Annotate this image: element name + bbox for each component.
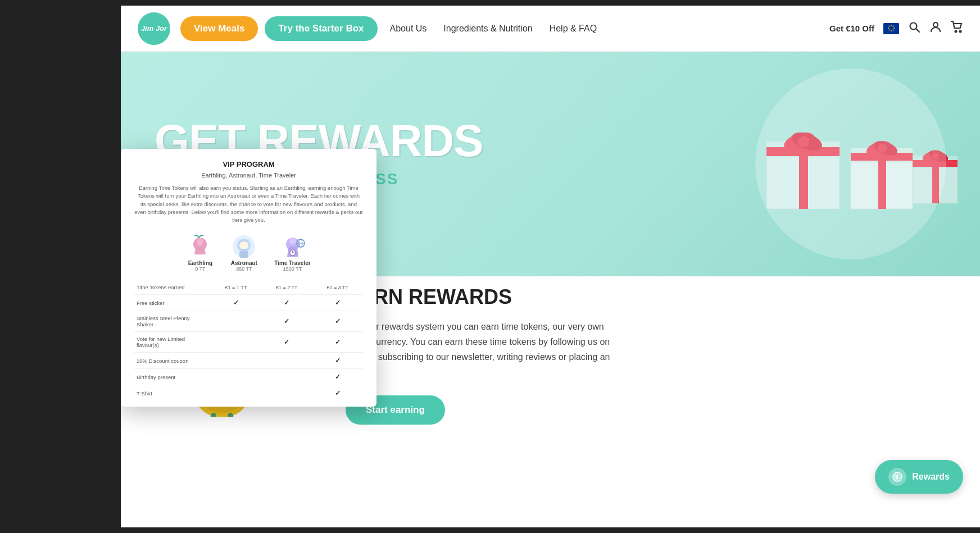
discount-label[interactable]: Get €10 Off [829,24,874,33]
view-meals-button[interactable]: View Meals [180,16,258,41]
time-traveler-icon [279,233,306,260]
svg-point-1 [891,24,892,25]
table-row: Birthday present ✓ [134,369,363,385]
hero-circle [755,69,946,259]
astronaut-icon [230,233,257,260]
row-label: T-Shirt [134,385,211,402]
svg-point-2 [892,25,893,26]
browser-chrome: Jim Jor View Meals Try the Starter Box A… [0,0,980,533]
nav-help[interactable]: Help & FAQ [550,24,597,34]
rewards-fab-icon: $ [888,468,906,486]
astronaut-points: 850 TT [236,266,252,272]
gift-image [733,63,969,276]
starter-box-button[interactable]: Try the Starter Box [265,16,377,41]
svg-point-68 [289,238,296,244]
vip-table: Time Tokens earned €1 = 1 TT €1 = 2 TT €… [134,280,363,401]
earn-text: EARN REWARDS With our rewards system you… [346,285,946,425]
row-label: Vote for new Limited flavour(s) [134,332,211,353]
table-row: 10% Discount coupon ✓ [134,353,363,369]
svg-point-13 [960,31,961,33]
row-label: Stainless Steel Plenny Shaker [134,311,211,332]
row-label: Free sticker [134,295,211,311]
vip-tiers: Earthling 0 TT Astronaut 850 TT [134,233,363,272]
svg-point-66 [239,242,248,249]
earthling-value: €1 = 1 TT [211,280,261,295]
earthling-icon [187,233,214,260]
account-button[interactable] [929,21,942,36]
traveler-check: ✓ [312,369,363,385]
table-row: Free sticker ✓ ✓ ✓ [134,295,363,311]
svg-point-3 [893,27,895,28]
eu-flag-icon[interactable] [883,23,899,34]
rewards-fab-label: Rewards [912,472,950,482]
svg-point-62 [197,238,203,246]
vip-tier-astronaut: Astronaut 850 TT [230,233,257,272]
earn-title: EARN REWARDS [346,285,946,309]
coin-icon: $ [892,472,902,482]
vip-description: Earning Time Tokens will also earn you s… [134,184,363,224]
website: Jim Jor View Meals Try the Starter Box A… [121,6,980,527]
row-label: Birthday present [134,369,211,385]
astronaut-check: ✓ [261,295,312,311]
nav-links: About Us Ingredients & Nutrition Help & … [390,24,829,34]
svg-text:$: $ [895,474,899,480]
astronaut-value: €1 = 2 TT [261,280,312,295]
svg-point-4 [892,29,893,30]
vip-title: VIP PROGRAM [134,160,363,168]
svg-point-6 [888,29,890,30]
vip-tier-earthling: Earthling 0 TT [187,233,214,272]
earthling-points: 0 TT [195,266,205,272]
svg-point-12 [955,31,957,33]
astronaut-check: ✓ [261,332,312,353]
traveler-check: ✓ [312,311,363,332]
table-row: Stainless Steel Plenny Shaker ✓ ✓ [134,311,363,332]
table-row: T-Shirt ✓ [134,385,363,402]
traveler-points: 1500 TT [283,266,302,272]
svg-point-5 [891,30,892,31]
traveler-check: ✓ [312,385,363,402]
row-label: 10% Discount coupon [134,353,211,369]
earthling-name: Earthling [188,260,212,266]
rewards-fab-button[interactable]: $ Rewards [875,460,963,494]
nav-right: Get €10 Off [829,21,963,36]
search-button[interactable] [908,21,920,36]
vip-popup: VIP PROGRAM Earthling, Astronaut, Time T… [121,149,376,407]
svg-line-10 [916,29,919,32]
svg-point-8 [888,25,890,26]
astronaut-check: ✓ [261,311,312,332]
traveler-value: €1 = 3 TT [312,280,363,295]
svg-point-11 [933,22,938,27]
nav-ingredients[interactable]: Ingredients & Nutrition [443,24,532,34]
traveler-name: Time Traveler [274,260,310,266]
table-row: Time Tokens earned €1 = 1 TT €1 = 2 TT €… [134,280,363,295]
table-row: Vote for new Limited flavour(s) ✓ ✓ [134,332,363,353]
logo[interactable]: Jim Jor [138,12,170,45]
earn-description: With our rewards system you can earn tim… [346,319,627,380]
traveler-check: ✓ [312,353,363,369]
traveler-check: ✓ [312,295,363,311]
vip-tier-traveler: Time Traveler 1500 TT [274,233,310,272]
navbar: Jim Jor View Meals Try the Starter Box A… [121,6,980,52]
row-label: Time Tokens earned [134,280,211,295]
svg-rect-65 [239,251,248,258]
vip-subtitle: Earthling, Astronaut, Time Traveler [134,172,363,179]
traveler-check: ✓ [312,332,363,353]
svg-point-7 [888,27,889,28]
nav-about[interactable]: About Us [390,24,427,34]
logo-text: Jim Jor [141,24,167,33]
astronaut-name: Astronaut [231,260,257,266]
cart-button[interactable] [951,21,963,36]
earthling-check: ✓ [211,295,261,311]
